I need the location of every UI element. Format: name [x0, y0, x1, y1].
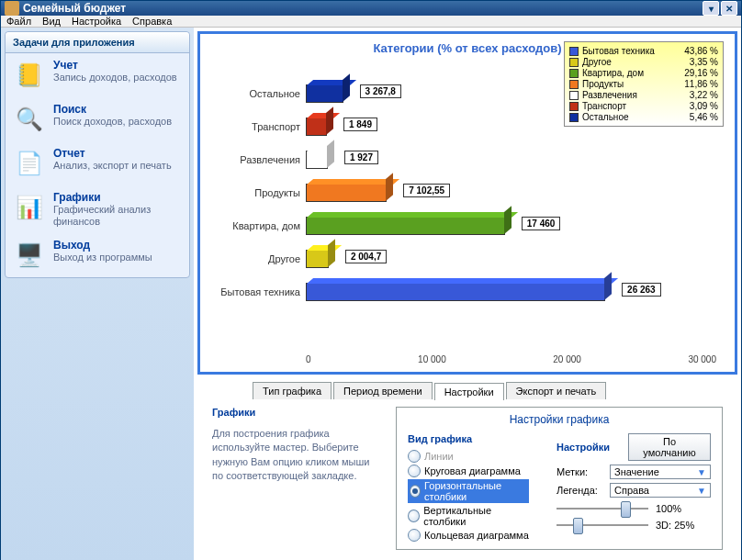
bar-row: Квартира, дом17 460	[219, 212, 716, 240]
bar-row: Продукты7 102,55	[219, 179, 716, 207]
sidebar-item-search[interactable]: 🔍 ПоискПоиск доходов, расходов	[6, 97, 189, 141]
radio-label: Горизонтальные столбики	[424, 480, 527, 502]
bar	[306, 151, 328, 169]
bar-row: Развлечения1 927	[219, 146, 716, 174]
sidebar-item-label: Графики	[53, 191, 182, 204]
radio-label: Кольцевая диаграмма	[424, 530, 529, 541]
sidebar-item-label: Поиск	[53, 103, 172, 116]
menu-help[interactable]: Справка	[132, 16, 172, 27]
legend-label: Другое	[582, 57, 672, 67]
radio-chart-type[interactable]: Вертикальные столбики	[408, 505, 529, 527]
bar-category-label: Квартира, дом	[219, 220, 306, 231]
sidebar: Задачи для приложения 📒 УчетЗапись доход…	[1, 28, 194, 560]
bar	[306, 84, 343, 103]
report-icon: 📄	[13, 147, 46, 180]
legend-row: Другое3,35 %	[569, 57, 718, 67]
radio-icon	[408, 450, 421, 463]
x-tick: 20 000	[553, 354, 581, 364]
tab-1[interactable]: Период времени	[333, 382, 433, 399]
radio-label: Линии	[424, 451, 454, 462]
sidebar-item-desc: Поиск доходов, расходов	[53, 116, 172, 128]
close-button[interactable]: ✕	[721, 1, 737, 16]
radio-icon	[408, 529, 421, 542]
bar-row: Транспорт1 849	[219, 113, 716, 140]
bar-value-label: 26 263	[622, 283, 661, 297]
bar	[306, 118, 327, 136]
chevron-down-icon: ▼	[697, 467, 706, 477]
settings-panel: Настройки графика Вид графика ЛинииКруго…	[396, 407, 723, 550]
x-tick: 30 000	[688, 354, 716, 364]
sidebar-item-desc: Анализ, экспорт и печать	[53, 160, 172, 172]
sidebar-header: Задачи для приложения	[6, 32, 189, 53]
chart-icon: 📊	[13, 191, 46, 224]
help-title: Графики	[212, 407, 377, 418]
slider-thumb[interactable]	[621, 501, 631, 518]
sidebar-item-desc: Выход из программы	[53, 252, 152, 263]
bar	[306, 184, 387, 202]
app-icon	[5, 1, 19, 16]
sidebar-item-desc: Запись доходов, расходов	[53, 72, 177, 84]
3d-slider[interactable]	[556, 524, 648, 526]
sidebar-item-uchet[interactable]: 📒 УчетЗапись доходов, расходов	[6, 53, 189, 97]
sidebar-item-charts[interactable]: 📊 ГрафикиГрафический анализ финансов	[6, 185, 189, 233]
sidebar-item-label: Отчет	[53, 147, 172, 160]
legend-field-label: Легенда:	[556, 485, 604, 496]
radio-icon	[408, 465, 421, 477]
tab-3[interactable]: Экспорт и печать	[506, 382, 607, 399]
tabs: Тип графикаПериод времениНастройкиЭкспор…	[253, 382, 737, 399]
radio-label: Вертикальные столбики	[423, 505, 529, 527]
x-tick: 10 000	[418, 354, 446, 364]
legend-select[interactable]: Справа▼	[610, 483, 711, 498]
ledger-icon: 📒	[13, 59, 46, 92]
zoom-value: 100%	[656, 503, 681, 514]
zoom-slider[interactable]	[556, 508, 648, 510]
bar-row: Бытовая техника26 263	[219, 278, 716, 306]
x-tick: 0	[306, 354, 311, 364]
bar-row: Другое2 004,7	[219, 245, 716, 273]
bar-value-label: 2 004,7	[345, 250, 387, 263]
chart-panel: Категории (% от всех расходов) Бытовая т…	[197, 31, 737, 375]
search-icon: 🔍	[13, 103, 46, 136]
window-title: Семейный бюджет	[23, 2, 703, 15]
slider-thumb[interactable]	[573, 518, 583, 534]
sidebar-item-exit[interactable]: 🖥️ ВыходВыход из программы	[6, 233, 189, 277]
sidebar-item-desc: Графический анализ финансов	[53, 204, 182, 228]
chart-type-title: Вид графика	[408, 433, 529, 444]
chart-area: Остальное3 267,8Транспорт1 849Развлечени…	[219, 71, 716, 344]
bar-category-label: Транспорт	[219, 121, 306, 132]
bar-category-label: Продукты	[219, 187, 306, 198]
legend-label: Бытовая техника	[582, 46, 672, 56]
legend-row: Бытовая техника43,86 %	[569, 46, 718, 56]
x-axis: 010 00020 00030 000	[306, 354, 716, 364]
radio-label: Круговая диаграмма	[424, 465, 521, 476]
bar-value-label: 1 849	[343, 118, 377, 131]
labels-select[interactable]: Значение▼	[610, 465, 711, 479]
radio-icon	[408, 510, 420, 522]
minimize-button[interactable]: ▾	[703, 1, 719, 16]
tab-0[interactable]: Тип графика	[253, 382, 332, 399]
legend-swatch	[569, 58, 579, 67]
legend-value: 43,86 %	[676, 46, 718, 56]
default-button[interactable]: По умолчанию	[628, 433, 711, 461]
legend-select-value: Справа	[614, 485, 649, 496]
tab-2[interactable]: Настройки	[434, 383, 504, 400]
radio-chart-type[interactable]: Горизонтальные столбики	[408, 479, 529, 503]
labels-select-value: Значение	[614, 466, 659, 477]
bar-value-label: 17 460	[522, 217, 561, 230]
menubar: Файл Вид Настройка Справка	[1, 16, 741, 28]
radio-icon	[410, 485, 421, 498]
bar-value-label: 7 102,55	[403, 184, 450, 197]
bar-category-label: Другое	[219, 253, 306, 264]
radio-chart-type[interactable]: Круговая диаграмма	[408, 465, 529, 477]
bar-category-label: Бытовая техника	[219, 286, 306, 297]
menu-file[interactable]: Файл	[6, 16, 31, 27]
sidebar-item-report[interactable]: 📄 ОтчетАнализ, экспорт и печать	[6, 141, 189, 185]
menu-settings[interactable]: Настройка	[72, 16, 121, 27]
menu-view[interactable]: Вид	[42, 16, 61, 27]
radio-chart-type[interactable]: Кольцевая диаграмма	[408, 529, 529, 542]
exit-icon: 🖥️	[13, 239, 46, 272]
help-text: Для построения графика используйте масте…	[212, 427, 377, 484]
legend-value: 3,35 %	[676, 57, 718, 67]
bar-category-label: Остальное	[219, 88, 306, 99]
legend-swatch	[569, 47, 579, 56]
